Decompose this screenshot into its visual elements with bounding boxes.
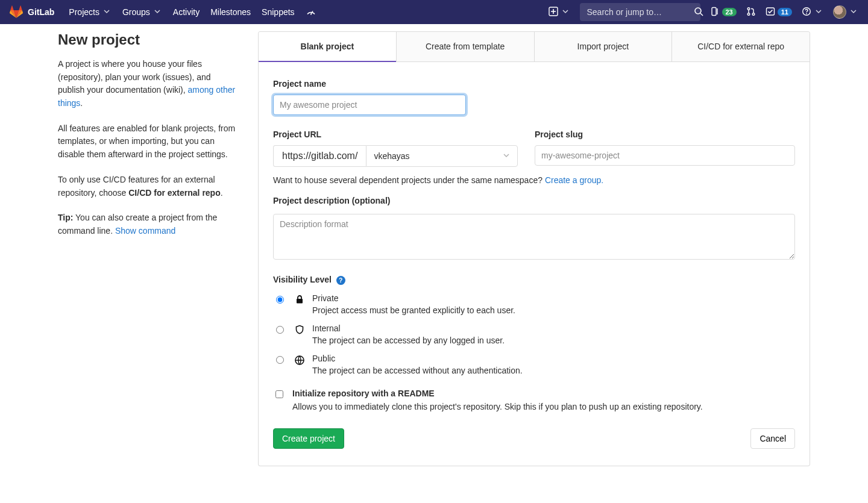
page-title: New project — [58, 31, 239, 48]
group-hint: Want to house several dependent projects… — [273, 175, 795, 185]
issues-icon — [710, 7, 720, 18]
svg-rect-3 — [712, 7, 716, 15]
project-url-prefix: https://gitlab.com/ — [273, 145, 366, 167]
project-url-label: Project URL — [273, 130, 518, 139]
nav-activity[interactable]: Activity — [173, 6, 200, 19]
nav-performance[interactable] — [306, 6, 316, 19]
top-nav: GitLab Projects Groups Activity Mileston… — [0, 0, 868, 24]
tab-blank-project[interactable]: Blank project — [259, 32, 396, 62]
page: New project A project is where you house… — [29, 24, 839, 495]
create-project-button[interactable]: Create project — [273, 428, 344, 449]
project-slug-label: Project slug — [535, 130, 795, 139]
project-desc-input[interactable] — [273, 214, 795, 260]
namespace-selected: vkehayas — [366, 146, 517, 166]
project-name-label: Project name — [273, 79, 795, 89]
sidebar-p3: To only use CI/CD features for an extern… — [58, 173, 239, 199]
svg-point-4 — [747, 7, 750, 10]
shield-icon — [294, 323, 305, 334]
readme-desc: Allows you to immediately clone this pro… — [292, 402, 703, 411]
visibility-public-title: Public — [312, 354, 523, 363]
readme-checkbox[interactable] — [275, 390, 283, 398]
project-slug-input[interactable] — [535, 145, 795, 166]
new-menu[interactable] — [549, 7, 570, 18]
cancel-button[interactable]: Cancel — [750, 428, 795, 449]
visibility-internal-desc: The project can be accessed by any logge… — [312, 336, 505, 345]
namespace-select[interactable]: vkehayas — [366, 145, 518, 167]
lock-icon — [294, 293, 305, 304]
form-panel: Project name Project URL https://gitlab.… — [258, 62, 810, 466]
user-menu[interactable] — [833, 5, 858, 19]
nav-help[interactable] — [802, 7, 823, 18]
nav-groups[interactable]: Groups — [122, 6, 162, 19]
form-actions: Create project Cancel — [273, 428, 795, 449]
search-box[interactable] — [580, 3, 700, 21]
visibility-label: Visibility Level ? — [273, 275, 795, 285]
visibility-public-desc: The project can be accessed without any … — [312, 366, 523, 375]
chevron-down-icon — [561, 7, 570, 18]
link-create-group[interactable]: Create a group. — [545, 175, 603, 185]
visibility-private-desc: Project access must be granted explicitl… — [312, 305, 515, 315]
gitlab-logo-icon — [10, 5, 23, 19]
svg-point-5 — [747, 13, 750, 15]
brand[interactable]: GitLab — [10, 5, 54, 19]
nav-todos[interactable]: 11 — [766, 7, 792, 18]
nav-merge-requests[interactable] — [746, 7, 756, 18]
help-icon — [802, 7, 811, 18]
svg-point-6 — [752, 13, 755, 15]
visibility-radio-private[interactable] — [276, 296, 284, 304]
nav-links: Projects Groups Activity Milestones Snip… — [69, 6, 316, 19]
search-input[interactable] — [586, 7, 694, 17]
sidebar-p1: A project is where you house your files … — [58, 58, 239, 110]
visibility-radio-internal[interactable] — [276, 326, 284, 334]
tab-create-from-template[interactable]: Create from template — [396, 32, 534, 62]
readme-title: Initialize repository with a README — [292, 389, 703, 398]
todos-count-badge: 11 — [778, 8, 792, 16]
visibility-internal-title: Internal — [312, 323, 505, 333]
search-icon — [694, 7, 703, 18]
brand-label: GitLab — [28, 7, 54, 17]
help-icon[interactable]: ? — [336, 276, 345, 285]
svg-point-2 — [695, 8, 701, 14]
project-url-group: https://gitlab.com/ vkehayas — [273, 145, 518, 167]
tab-cicd-external[interactable]: CI/CD for external repo — [671, 32, 810, 62]
project-name-input[interactable] — [273, 95, 466, 115]
issues-count-badge: 23 — [722, 8, 737, 16]
nav-projects[interactable]: Projects — [69, 6, 112, 19]
plus-icon — [549, 7, 558, 18]
nav-snippets[interactable]: Snippets — [262, 6, 294, 19]
merge-request-icon — [746, 7, 756, 18]
nav-issues[interactable]: 23 — [710, 7, 737, 18]
todos-icon — [766, 7, 775, 18]
visibility-option-private[interactable]: Private Project access must be granted e… — [273, 293, 795, 315]
chevron-down-icon — [102, 7, 112, 18]
visibility-private-title: Private — [312, 293, 515, 303]
avatar — [833, 5, 846, 19]
readme-option[interactable]: Initialize repository with a README Allo… — [273, 389, 795, 411]
main: Blank project Create from template Impor… — [258, 31, 810, 466]
tab-import-project[interactable]: Import project — [534, 32, 672, 62]
link-show-command[interactable]: Show command — [115, 226, 175, 236]
chevron-down-icon — [814, 7, 823, 18]
project-desc-label: Project description (optional) — [273, 196, 795, 205]
nav-milestones[interactable]: Milestones — [210, 6, 251, 19]
svg-point-9 — [806, 13, 807, 14]
sidebar-tip: Tip: You can also create a project from … — [58, 211, 239, 237]
visibility-option-internal[interactable]: Internal The project can be accessed by … — [273, 323, 795, 345]
sidebar-p2: All features are enabled for blank proje… — [58, 122, 239, 161]
tabs: Blank project Create from template Impor… — [258, 31, 810, 62]
visibility-radio-public[interactable] — [276, 356, 284, 364]
nav-right: 23 11 — [549, 3, 859, 21]
svg-rect-10 — [297, 299, 303, 304]
gauge-icon — [306, 6, 316, 19]
chevron-down-icon — [849, 7, 858, 18]
visibility-option-public[interactable]: Public The project can be accessed witho… — [273, 354, 795, 375]
chevron-down-icon — [153, 7, 162, 18]
globe-icon — [294, 354, 305, 366]
sidebar: New project A project is where you house… — [58, 31, 239, 466]
